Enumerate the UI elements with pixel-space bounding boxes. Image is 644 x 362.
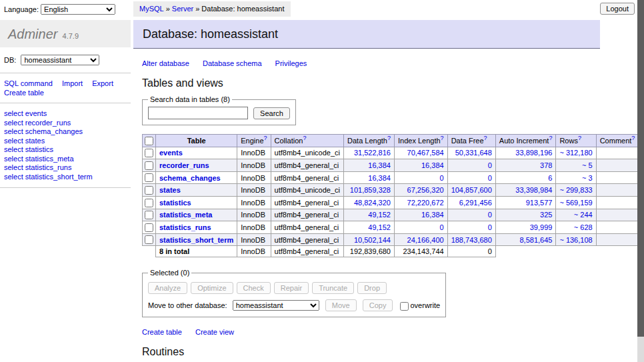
value-link[interactable]: 101,859,328 <box>350 186 391 194</box>
copy-button[interactable]: Copy <box>363 299 393 311</box>
value-link[interactable]: 33,398,984 <box>515 186 552 194</box>
value-link[interactable]: 67,256,320 <box>407 186 444 194</box>
scrollbar-thumb[interactable] <box>637 0 644 337</box>
value-link[interactable]: 0 <box>488 174 492 182</box>
sidebar-action-link[interactable]: Create table <box>4 88 44 97</box>
value-link[interactable]: ~ 312,180 <box>559 149 592 157</box>
move-db-select[interactable]: homeassistant <box>233 300 319 311</box>
row-checkbox[interactable] <box>145 211 153 219</box>
database-action-link[interactable]: Privileges <box>275 59 307 67</box>
value-link[interactable]: 0 <box>440 174 444 182</box>
table-name-link[interactable]: statistics_runs <box>159 223 211 231</box>
sidebar-select-link[interactable]: select statistics <box>4 145 131 155</box>
value-link[interactable]: 188,743,680 <box>451 236 492 244</box>
value-link[interactable]: 16,384 <box>368 174 391 182</box>
vertical-scrollbar[interactable] <box>637 0 644 362</box>
row-checkbox[interactable] <box>145 149 153 157</box>
value-link[interactable]: 16,384 <box>421 161 444 169</box>
analyze-button[interactable]: Analyze <box>148 282 187 294</box>
optimize-button[interactable]: Optimize <box>191 282 233 294</box>
sidebar-select-link[interactable]: select schema_changes <box>4 127 131 137</box>
row-checkbox[interactable] <box>145 161 153 170</box>
column-help-link[interactable]: ? <box>387 135 391 141</box>
row-checkbox[interactable] <box>145 235 153 244</box>
value-link[interactable]: 8,581,645 <box>519 236 552 244</box>
truncate-button[interactable]: Truncate <box>312 282 354 294</box>
sidebar-select-link[interactable]: select statistics_runs <box>4 163 131 173</box>
column-help-link[interactable]: ? <box>441 135 444 141</box>
sidebar-action-link[interactable]: Export <box>92 79 113 88</box>
logout-button[interactable]: Logout <box>600 3 635 15</box>
value-link[interactable]: ~ 244 <box>574 211 593 219</box>
language-select[interactable]: English <box>41 4 115 15</box>
column-help-link[interactable]: ? <box>549 135 552 141</box>
sidebar-select-link[interactable]: select statistics_short_term <box>4 173 131 182</box>
search-input[interactable] <box>148 107 248 119</box>
drop-button[interactable]: Drop <box>357 282 387 294</box>
value-link[interactable]: 0 <box>440 223 444 231</box>
select-all-checkbox[interactable] <box>145 137 153 145</box>
create-link[interactable]: Create table <box>142 328 182 336</box>
value-link[interactable]: 378 <box>540 161 552 169</box>
table-name-link[interactable]: states <box>159 186 181 194</box>
sidebar-action-link[interactable]: Import <box>62 79 83 88</box>
value-link[interactable]: 16,384 <box>368 161 391 169</box>
repair-button[interactable]: Repair <box>274 282 309 294</box>
value-link[interactable]: 49,152 <box>368 223 391 231</box>
breadcrumb-link[interactable]: MySQL <box>139 5 164 13</box>
value-link[interactable]: ~ 628 <box>574 223 593 231</box>
value-link[interactable]: 39,999 <box>530 223 553 231</box>
table-name-link[interactable]: statistics_meta <box>159 211 213 219</box>
value-link[interactable]: 24,166,400 <box>407 236 444 244</box>
value-link[interactable]: 16,384 <box>421 211 444 219</box>
value-link[interactable]: 48,824,320 <box>354 199 391 207</box>
sidebar-select-link[interactable]: select statistics_meta <box>4 155 131 164</box>
sidebar-select-link[interactable]: select events <box>4 109 131 119</box>
value-link[interactable]: 70,467,584 <box>407 149 444 157</box>
value-link[interactable]: 10,502,144 <box>354 236 391 244</box>
column-help-link[interactable]: ? <box>578 135 581 141</box>
value-link[interactable]: ~ 299,833 <box>559 186 592 194</box>
database-action-link[interactable]: Database schema <box>203 59 262 67</box>
value-link[interactable]: 0 <box>488 161 492 169</box>
row-checkbox[interactable] <box>145 186 153 195</box>
create-link[interactable]: Create view <box>195 328 234 336</box>
move-button[interactable]: Move <box>325 299 357 311</box>
column-help-link[interactable]: ? <box>264 135 267 141</box>
check-button[interactable]: Check <box>237 282 271 294</box>
value-link[interactable]: 31,522,816 <box>354 149 391 157</box>
value-link[interactable]: 72,220,672 <box>407 199 444 207</box>
column-help-link[interactable]: ? <box>631 135 635 141</box>
row-checkbox[interactable] <box>145 223 153 232</box>
value-link[interactable]: 6 <box>548 174 552 182</box>
column-help-link[interactable]: ? <box>484 135 487 141</box>
table-name-link[interactable]: recorder_runs <box>159 161 209 169</box>
value-link[interactable]: 50,331,648 <box>455 149 492 157</box>
table-name-link[interactable]: statistics_short_term <box>159 236 233 244</box>
value-link[interactable]: ~ 5 <box>582 161 593 169</box>
value-link[interactable]: 913,577 <box>526 199 553 207</box>
search-button[interactable]: Search <box>253 107 290 119</box>
row-checkbox[interactable] <box>145 199 153 207</box>
value-link[interactable]: ~ 569,159 <box>559 199 592 207</box>
sidebar-select-link[interactable]: select states <box>4 137 131 146</box>
table-name-link[interactable]: statistics <box>159 199 191 207</box>
value-link[interactable]: 0 <box>488 223 492 231</box>
column-help-link[interactable]: ? <box>303 135 306 141</box>
table-name-link[interactable]: schema_changes <box>159 174 221 182</box>
database-action-link[interactable]: Alter database <box>142 59 189 67</box>
overwrite-checkbox[interactable] <box>400 302 409 311</box>
value-link[interactable]: 6,291,456 <box>459 199 492 207</box>
value-link[interactable]: 0 <box>488 211 492 219</box>
table-name-link[interactable]: events <box>159 149 183 157</box>
sidebar-select-link[interactable]: select recorder_runs <box>4 119 131 128</box>
sidebar-action-link[interactable]: SQL command <box>4 79 53 88</box>
db-select[interactable]: homeassistant <box>21 55 99 65</box>
breadcrumb-link[interactable]: Server <box>172 5 193 13</box>
value-link[interactable]: 325 <box>540 211 552 219</box>
value-link[interactable]: 49,152 <box>368 211 391 219</box>
value-link[interactable]: 104,857,600 <box>451 186 492 194</box>
value-link[interactable]: 33,898,196 <box>515 149 552 157</box>
value-link[interactable]: ~ 136,108 <box>559 236 592 244</box>
row-checkbox[interactable] <box>145 173 153 182</box>
